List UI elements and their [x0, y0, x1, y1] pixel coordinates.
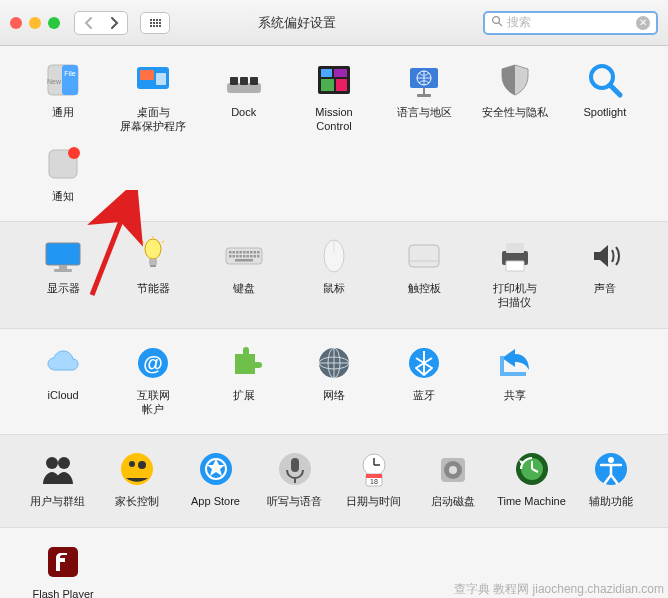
svg-rect-14	[321, 69, 332, 77]
svg-text:@: @	[144, 352, 164, 374]
language-icon	[402, 58, 446, 102]
svg-rect-15	[334, 69, 347, 77]
pref-label: 日期与时间	[346, 495, 401, 509]
dictation-icon	[273, 447, 317, 491]
pref-displays[interactable]: 显示器	[18, 234, 108, 310]
pref-notifications[interactable]: 通知	[18, 142, 108, 204]
pref-label: Flash Player	[33, 588, 94, 598]
svg-rect-46	[239, 255, 242, 258]
pref-internet[interactable]: @互联网 帐户	[108, 341, 198, 417]
pref-desktop[interactable]: 桌面与 屏幕保护程序	[108, 58, 198, 134]
pref-extensions[interactable]: 扩展	[199, 341, 289, 417]
minimize-button[interactable]	[29, 17, 41, 29]
pref-bluetooth[interactable]: 蓝牙	[379, 341, 469, 417]
pref-energy[interactable]: 节能器	[108, 234, 198, 310]
pref-users[interactable]: 用户与群组	[18, 447, 97, 509]
pref-label: 共享	[504, 389, 526, 403]
pref-trackpad[interactable]: 触控板	[379, 234, 469, 310]
sound-icon	[583, 234, 627, 278]
svg-point-71	[129, 461, 135, 467]
pref-label: iCloud	[48, 389, 79, 403]
window-title: 系统偏好设置	[118, 14, 475, 32]
svg-rect-43	[229, 255, 232, 258]
energy-icon	[131, 234, 175, 278]
svg-point-85	[449, 466, 457, 474]
pref-printers[interactable]: 打印机与 扫描仪	[469, 234, 559, 310]
appstore-icon	[194, 447, 238, 491]
flash-icon	[41, 540, 85, 584]
svg-rect-55	[409, 245, 439, 267]
dock-icon	[222, 58, 266, 102]
icloud-icon	[41, 341, 85, 385]
pref-spotlight[interactable]: Spotlight	[560, 58, 650, 134]
security-icon	[493, 58, 537, 102]
section-row: iCloud@互联网 帐户扩展网络蓝牙共享	[0, 329, 668, 436]
pref-network[interactable]: 网络	[289, 341, 379, 417]
pref-language[interactable]: 语言与地区	[379, 58, 469, 134]
svg-rect-20	[423, 88, 425, 94]
pref-sharing[interactable]: 共享	[469, 341, 559, 417]
trackpad-icon	[402, 234, 446, 278]
pref-label: 家长控制	[115, 495, 159, 509]
svg-rect-17	[336, 79, 347, 91]
svg-rect-8	[156, 73, 166, 85]
pref-mouse[interactable]: 鼠标	[289, 234, 379, 310]
svg-point-72	[138, 461, 146, 469]
svg-rect-47	[243, 255, 246, 258]
svg-rect-52	[235, 259, 253, 262]
pref-label: 辅助功能	[589, 495, 633, 509]
section-row: 用户与群组家长控制App Store听写与语音18日期与时间启动磁盘Time M…	[0, 435, 668, 528]
svg-rect-58	[506, 243, 524, 253]
close-button[interactable]	[10, 17, 22, 29]
svg-point-91	[608, 457, 614, 463]
datetime-icon: 18	[352, 447, 396, 491]
pref-label: Mission Control	[315, 106, 352, 134]
svg-rect-21	[417, 94, 431, 97]
extensions-icon	[222, 341, 266, 385]
pref-icloud[interactable]: iCloud	[18, 341, 108, 417]
pref-label: 语言与地区	[397, 106, 452, 120]
sharing-icon	[493, 341, 537, 385]
search-placeholder: 搜索	[507, 14, 632, 31]
pref-appstore[interactable]: App Store	[176, 447, 255, 509]
pref-dictation[interactable]: 听写与语音	[255, 447, 334, 509]
svg-point-68	[46, 457, 58, 469]
pref-label: 节能器	[137, 282, 170, 296]
svg-rect-11	[240, 77, 248, 85]
pref-accessibility[interactable]: 辅助功能	[571, 447, 650, 509]
pref-security[interactable]: 安全性与隐私	[469, 58, 559, 134]
svg-rect-48	[246, 255, 249, 258]
chevron-left-icon	[86, 18, 91, 28]
svg-rect-40	[250, 251, 253, 254]
svg-rect-12	[250, 77, 258, 85]
pref-datetime[interactable]: 18日期与时间	[334, 447, 413, 509]
clear-search-icon[interactable]: ✕	[636, 16, 650, 30]
pref-dock[interactable]: Dock	[199, 58, 289, 134]
chevron-right-icon	[112, 18, 117, 28]
pref-label: 网络	[323, 389, 345, 403]
startup-icon	[431, 447, 475, 491]
zoom-button[interactable]	[48, 17, 60, 29]
svg-rect-45	[236, 255, 239, 258]
accessibility-icon	[589, 447, 633, 491]
pref-timemachine[interactable]: Time Machine	[492, 447, 571, 509]
svg-rect-50	[253, 255, 256, 258]
section-row: 显示器节能器键盘鼠标触控板打印机与 扫描仪声音	[0, 222, 668, 329]
svg-rect-76	[291, 458, 299, 472]
pref-keyboard[interactable]: 键盘	[199, 234, 289, 310]
notifications-icon	[41, 142, 85, 186]
back-button[interactable]	[75, 12, 101, 34]
pref-startup[interactable]: 启动磁盘	[413, 447, 492, 509]
preference-panes: FileNew通用桌面与 屏幕保护程序DockMission Control语言…	[0, 46, 668, 598]
svg-rect-38	[243, 251, 246, 254]
section-row: FileNew通用桌面与 屏幕保护程序DockMission Control语言…	[0, 46, 668, 222]
svg-rect-34	[229, 251, 232, 254]
pref-parental[interactable]: 家长控制	[97, 447, 176, 509]
search-field[interactable]: 搜索 ✕	[483, 11, 658, 35]
pref-mission[interactable]: Mission Control	[289, 58, 379, 134]
pref-flash[interactable]: Flash Player	[18, 540, 108, 598]
svg-rect-31	[149, 259, 157, 265]
pref-general[interactable]: FileNew通用	[18, 58, 108, 134]
pref-sound[interactable]: 声音	[560, 234, 650, 310]
svg-rect-35	[232, 251, 235, 254]
